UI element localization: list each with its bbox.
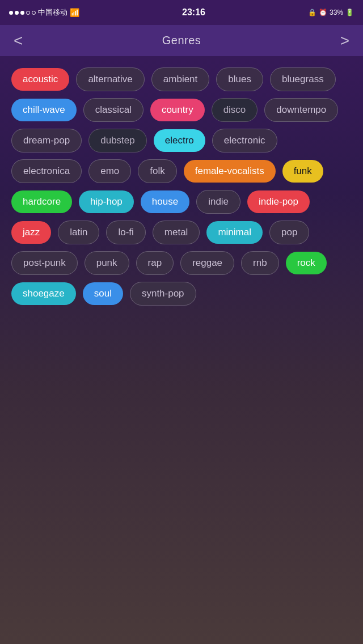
status-bar: 中国移动 📶 23:16 🔒 ⏰ 33% 🔋 — [0, 0, 363, 25]
time-display: 23:16 — [182, 7, 205, 18]
genre-tag-synth-pop[interactable]: synth-pop — [130, 282, 196, 306]
signal-dot-1 — [9, 11, 13, 15]
genres-container: acousticalternativeambientbluesbluegrass… — [0, 56, 363, 317]
genre-tag-disco[interactable]: disco — [212, 98, 258, 122]
genre-tag-funk[interactable]: funk — [282, 160, 323, 183]
genre-tag-house[interactable]: house — [141, 190, 189, 213]
genre-tag-indie-pop[interactable]: indie-pop — [247, 190, 310, 213]
nav-bar: < Genres > — [0, 25, 363, 56]
back-button[interactable]: < — [14, 32, 23, 50]
genre-tag-hip-hop[interactable]: hip-hop — [79, 190, 134, 213]
genre-tag-reggae[interactable]: reggae — [180, 251, 234, 275]
battery-label: 33% — [330, 9, 343, 16]
genre-tag-dubstep[interactable]: dubstep — [88, 129, 147, 152]
page-title: Genres — [162, 34, 201, 47]
carrier-label: 中国移动 — [38, 7, 67, 18]
signal-dot-4 — [26, 11, 30, 15]
genre-tag-soul[interactable]: soul — [83, 282, 123, 305]
lock-icon: 🔒 — [308, 9, 316, 16]
wifi-icon: 📶 — [70, 8, 79, 17]
genre-tag-punk[interactable]: punk — [85, 251, 129, 275]
genre-tag-dream-pop[interactable]: dream-pop — [11, 129, 82, 152]
genre-tag-alternative[interactable]: alternative — [76, 67, 144, 91]
genre-tag-blues[interactable]: blues — [216, 67, 263, 91]
genre-tag-classical[interactable]: classical — [83, 98, 143, 122]
genre-tag-acoustic[interactable]: acoustic — [11, 68, 69, 91]
signal-dot-2 — [15, 11, 19, 15]
forward-button[interactable]: > — [340, 32, 349, 50]
genre-tag-post-punk[interactable]: post-punk — [11, 251, 78, 275]
genre-tag-chill-wave[interactable]: chill-wave — [11, 99, 77, 121]
genre-tag-folk[interactable]: folk — [138, 159, 176, 183]
genre-tag-country[interactable]: country — [150, 99, 205, 121]
genre-tag-bluegrass[interactable]: bluegrass — [270, 67, 336, 91]
genre-tag-female-vocalists[interactable]: female-vocalists — [184, 160, 276, 183]
genre-tag-rnb[interactable]: rnb — [241, 251, 279, 275]
genre-tag-lo-fi[interactable]: lo-fi — [106, 221, 145, 244]
genre-tag-rock[interactable]: rock — [286, 252, 327, 274]
genre-tag-rap[interactable]: rap — [136, 251, 174, 275]
genre-tag-jazz[interactable]: jazz — [11, 221, 51, 244]
genre-tag-minimal[interactable]: minimal — [206, 221, 263, 244]
genre-tag-electronic[interactable]: electronic — [212, 129, 277, 152]
genre-tag-pop[interactable]: pop — [269, 221, 309, 244]
genre-tag-downtempo[interactable]: downtempo — [264, 98, 338, 122]
genre-tag-emo[interactable]: emo — [88, 159, 131, 183]
battery-icon: 🔋 — [345, 9, 354, 16]
genre-tag-metal[interactable]: metal — [153, 221, 200, 244]
alarm-icon: ⏰ — [319, 9, 327, 16]
status-left: 中国移动 📶 — [9, 7, 79, 18]
genre-tag-shoegaze[interactable]: shoegaze — [11, 282, 76, 305]
signal-dots — [9, 11, 36, 15]
genre-tag-latin[interactable]: latin — [58, 221, 99, 244]
genre-tag-ambient[interactable]: ambient — [151, 67, 209, 91]
signal-dot-3 — [20, 11, 24, 15]
genre-tag-electro[interactable]: electro — [154, 129, 205, 152]
signal-dot-5 — [32, 11, 36, 15]
status-right: 🔒 ⏰ 33% 🔋 — [308, 9, 354, 16]
genre-tag-indie[interactable]: indie — [196, 190, 240, 214]
genre-tag-electronica[interactable]: electronica — [11, 159, 82, 183]
genre-tag-hardcore[interactable]: hardcore — [11, 190, 72, 213]
